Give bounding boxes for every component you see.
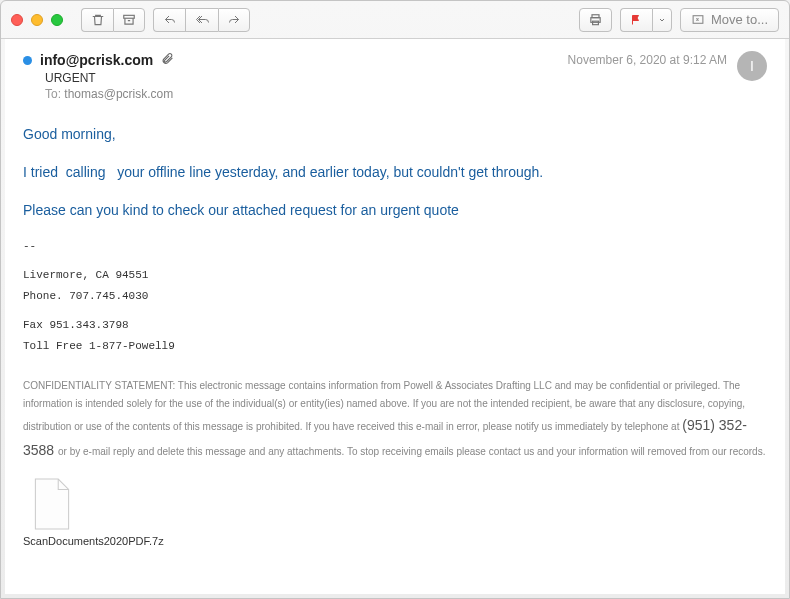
print-button[interactable] [579,8,612,32]
forward-button[interactable] [218,8,250,32]
confidentiality-label: CONFIDENTIALITY STATEMENT: [23,380,175,391]
message-body: Good morning, I tried calling your offli… [23,123,767,222]
body-line-2: Please can you kind to check our attache… [23,199,767,223]
avatar: I [737,51,767,81]
minimize-window-button[interactable] [31,14,43,26]
trash-icon [91,13,105,27]
attachment-name[interactable]: ScanDocuments2020PDF.7z [23,535,113,548]
archive-button[interactable] [113,8,145,32]
unread-dot-icon [23,56,32,65]
body-line-1: I tried calling your offline line yester… [23,161,767,185]
reply-all-button[interactable] [185,8,218,32]
move-to-label: Move to... [711,12,768,27]
attachment-file[interactable] [31,477,73,531]
file-icon [31,477,73,531]
flag-icon [630,13,642,27]
flag-menu-button[interactable] [652,8,672,32]
move-icon [691,13,705,26]
reply-group [153,8,250,32]
mail-window: Move to... info@pcrisk.com URGENT To: th… [0,0,790,599]
svg-rect-0 [124,15,135,18]
sender-address[interactable]: info@pcrisk.com [40,52,153,68]
flag-group [620,8,672,32]
message-date: November 6, 2020 at 9:12 AM [568,53,727,67]
signature-city: Livermore, CA 94551 [23,265,767,286]
maximize-window-button[interactable] [51,14,63,26]
avatar-initial: I [750,58,754,74]
signature-separator: -- [23,236,767,257]
recipients-line: To: thomas@pcrisk.com [45,87,568,101]
signature-block: -- Livermore, CA 94551 Phone. 707.745.40… [23,236,767,356]
archive-icon [122,13,136,27]
close-window-button[interactable] [11,14,23,26]
reply-icon [163,14,177,26]
attachment-indicator [161,51,174,69]
chevron-down-icon [658,16,666,24]
message-header: info@pcrisk.com URGENT To: thomas@pcrisk… [23,51,767,101]
to-label: To: [45,87,61,101]
reply-all-icon [194,14,210,26]
sender-block: info@pcrisk.com URGENT To: thomas@pcrisk… [23,51,568,101]
message-pane: info@pcrisk.com URGENT To: thomas@pcrisk… [5,39,785,594]
trash-group [81,8,145,32]
signature-fax: Fax 951.343.3798 [23,315,767,336]
reply-button[interactable] [153,8,185,32]
signature-phone: Phone. 707.745.4030 [23,286,767,307]
subject: URGENT [45,71,568,85]
confidentiality-block: CONFIDENTIALITY STATEMENT: This electron… [23,377,767,463]
delete-button[interactable] [81,8,113,32]
signature-tollfree: Toll Free 1-877-Powell9 [23,336,767,357]
toolbar: Move to... [1,1,789,39]
move-to-button[interactable]: Move to... [680,8,779,32]
confidentiality-text-2: or by e-mail reply and delete this messa… [58,446,765,457]
body-greeting: Good morning, [23,123,767,147]
forward-icon [227,14,241,26]
paperclip-icon [161,52,174,65]
flag-button[interactable] [620,8,652,32]
attachment-area: ScanDocuments2020PDF.7z [23,477,767,548]
printer-icon [588,13,603,27]
svg-rect-3 [593,21,599,25]
window-controls [11,14,63,26]
to-address[interactable]: thomas@pcrisk.com [64,87,173,101]
